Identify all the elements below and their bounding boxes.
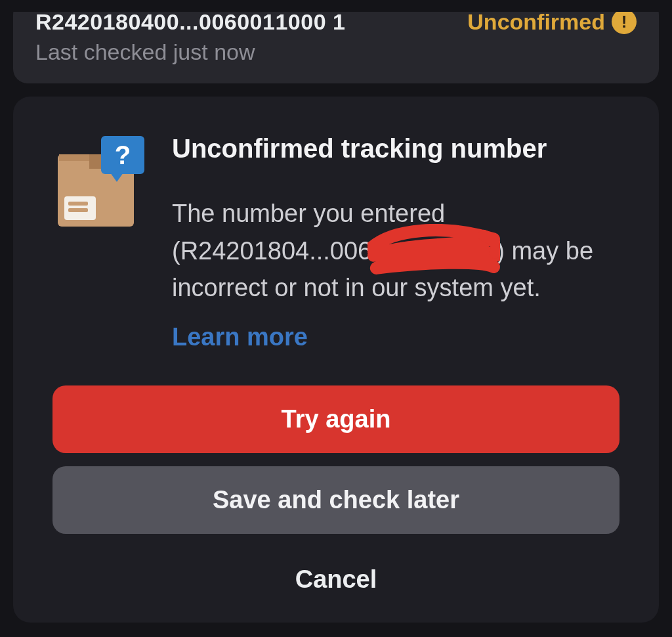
warning-icon: !	[612, 9, 637, 34]
dialog-header: ? Unconfirmed tracking number The number…	[52, 133, 620, 355]
tracking-status-card: R2420180400...0060011000 1 Unconfirmed !…	[13, 0, 659, 83]
dialog-body: The number you entered (R24201804...006 …	[172, 195, 620, 355]
question-mark: ?	[115, 142, 131, 168]
dialog-title: Unconfirmed tracking number	[172, 133, 620, 164]
try-again-button[interactable]: Try again	[52, 385, 620, 453]
tracking-partial: R24201804...006	[180, 237, 372, 265]
tracking-row: R2420180400...0060011000 1 Unconfirmed !	[35, 9, 637, 34]
package-question-icon: ?	[52, 136, 144, 228]
status-label: Unconfirmed	[467, 11, 605, 33]
crop-mask	[13, 0, 659, 12]
dialog-text-block: Unconfirmed tracking number The number y…	[172, 133, 620, 355]
package-label-shape	[64, 196, 96, 220]
page-root: R2420180400...0060011000 1 Unconfirmed !…	[0, 0, 672, 637]
last-checked-text: Last checked just now	[35, 39, 637, 65]
cancel-button[interactable]: Cancel	[52, 547, 620, 596]
package-tape-shape	[89, 154, 102, 169]
status-unconfirmed: Unconfirmed !	[467, 9, 637, 34]
save-check-later-button[interactable]: Save and check later	[52, 466, 620, 534]
redaction-scribble	[371, 232, 496, 266]
learn-more-link[interactable]: Learn more	[172, 318, 308, 355]
question-bubble-icon: ?	[101, 136, 144, 174]
tracking-number-text: R2420180400...0060011000 1	[35, 11, 345, 33]
unconfirmed-dialog: ? Unconfirmed tracking number The number…	[13, 97, 659, 623]
button-stack: Try again Save and check later Cancel	[52, 385, 620, 596]
